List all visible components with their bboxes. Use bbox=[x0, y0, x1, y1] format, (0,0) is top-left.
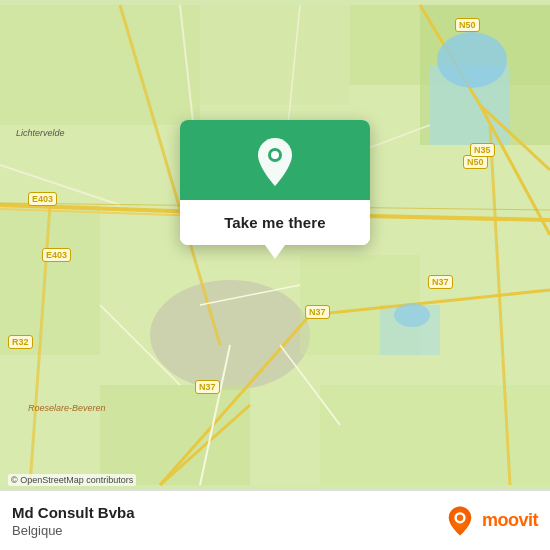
location-pin-icon bbox=[251, 138, 299, 186]
road-label-n37-bottom2: N37 bbox=[195, 380, 220, 394]
place-name: Md Consult Bvba bbox=[12, 504, 135, 521]
road-label-n37-bottom: N37 bbox=[305, 305, 330, 319]
road-label-n50-top: N50 bbox=[455, 18, 480, 32]
svg-rect-7 bbox=[0, 205, 100, 355]
svg-point-6 bbox=[150, 280, 310, 390]
svg-rect-11 bbox=[320, 385, 550, 485]
road-label-n35-2: N35 bbox=[470, 143, 495, 157]
road-label-n50-mid: N50 bbox=[463, 155, 488, 169]
osm-attribution: © OpenStreetMap contributors bbox=[8, 474, 136, 486]
svg-point-38 bbox=[457, 514, 463, 520]
road-label-n37-right: N37 bbox=[428, 275, 453, 289]
svg-rect-2 bbox=[200, 5, 350, 105]
map-area: N50 N50 N35 N35 E403 E403 R32 N37 N37 N3… bbox=[0, 0, 550, 490]
place-info: Md Consult Bvba Belgique bbox=[12, 504, 135, 538]
popup-header bbox=[180, 120, 370, 200]
bottom-bar: Md Consult Bvba Belgique moovit bbox=[0, 490, 550, 550]
place-label-lichtervelde: Lichtervelde bbox=[16, 128, 65, 138]
moovit-text: moovit bbox=[482, 510, 538, 531]
svg-point-34 bbox=[394, 303, 430, 327]
moovit-pin-icon bbox=[444, 505, 476, 537]
popup-card: Take me there bbox=[180, 120, 370, 245]
svg-point-36 bbox=[271, 151, 279, 159]
place-label-roeselare: Roeselare-Beveren bbox=[28, 403, 106, 413]
moovit-logo: moovit bbox=[444, 505, 538, 537]
road-label-e403-mid: E403 bbox=[42, 248, 71, 262]
road-label-r32: R32 bbox=[8, 335, 33, 349]
svg-point-33 bbox=[437, 32, 507, 88]
popup-tail bbox=[265, 245, 285, 259]
app-container: N50 N50 N35 N35 E403 E403 R32 N37 N37 N3… bbox=[0, 0, 550, 550]
svg-rect-1 bbox=[0, 5, 200, 125]
take-me-there-button[interactable]: Take me there bbox=[180, 200, 370, 245]
road-label-e403-left: E403 bbox=[28, 192, 57, 206]
place-country: Belgique bbox=[12, 523, 135, 538]
